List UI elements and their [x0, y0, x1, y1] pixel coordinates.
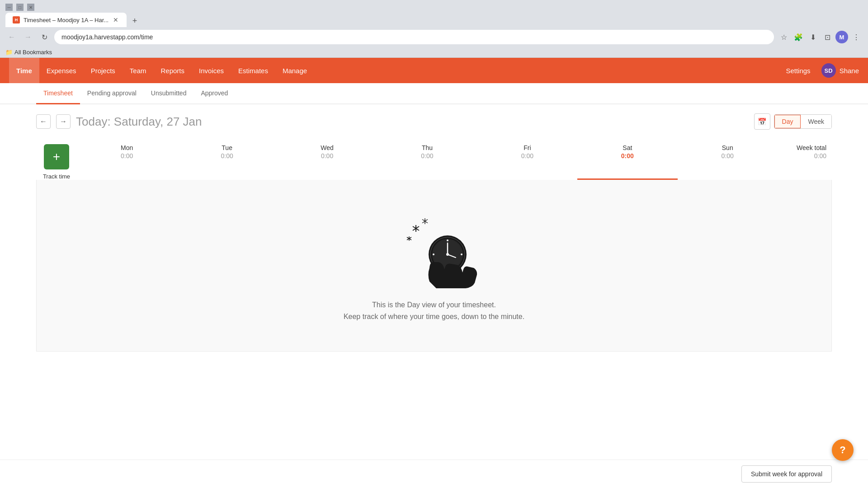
- browser-chrome: ─ □ ✕ H Timesheet – Moodjoy 1A – Har... …: [0, 0, 868, 58]
- day-thu[interactable]: Thu 0:00: [377, 141, 477, 180]
- back-button[interactable]: ←: [5, 31, 18, 43]
- reload-button[interactable]: ↻: [38, 31, 51, 43]
- week-total: Week total 0:00: [778, 141, 832, 180]
- nav-item-reports[interactable]: Reports: [154, 58, 192, 83]
- help-button[interactable]: ?: [832, 439, 854, 461]
- track-time-label: Track time: [43, 173, 70, 180]
- track-time-section: + Track time: [36, 141, 77, 180]
- bookmarks-label[interactable]: All Bookmarks: [14, 49, 52, 56]
- day-fri[interactable]: Fri 0:00: [477, 141, 577, 180]
- day-sat[interactable]: Sat 0:00: [577, 141, 677, 180]
- window-controls: ─ □ ✕: [5, 4, 34, 11]
- tab-bar: H Timesheet – Moodjoy 1A – Har... ✕ +: [0, 13, 868, 27]
- nav-item-projects[interactable]: Projects: [84, 58, 123, 83]
- week-view-button[interactable]: Week: [801, 115, 831, 128]
- nav-item-expenses[interactable]: Expenses: [39, 58, 84, 83]
- date-nav: ← → Today: Saturday, 27 Jan 📅 Day Week: [36, 113, 832, 130]
- day-view-button[interactable]: Day: [774, 115, 801, 128]
- empty-text: This is the Day view of your timesheet. …: [344, 299, 524, 322]
- submit-bar: Submit week for approval: [0, 460, 868, 487]
- clock-illustration: [389, 207, 479, 288]
- maximize-button[interactable]: □: [16, 4, 24, 11]
- bookmarks-bar: 📁 All Bookmarks: [0, 47, 868, 58]
- next-date-button[interactable]: →: [56, 114, 71, 129]
- bookmarks-icon: 📁: [5, 49, 13, 56]
- view-btn-group: Day Week: [774, 114, 832, 129]
- day-mon[interactable]: Mon 0:00: [77, 141, 177, 180]
- sub-tab-approved[interactable]: Approved: [193, 83, 235, 104]
- nav-item-team[interactable]: Team: [123, 58, 154, 83]
- browser-profile-icon[interactable]: M: [835, 31, 848, 43]
- svg-point-17: [461, 253, 462, 255]
- toolbar-icons: ☆ 🧩 ⬇ ⊡ M ⋮: [778, 31, 863, 43]
- minimize-button[interactable]: ─: [5, 4, 13, 11]
- week-header: + Track time Mon 0:00 Tue 0:00 Wed 0:00 …: [36, 141, 832, 180]
- nav-item-estimates[interactable]: Estimates: [231, 58, 275, 83]
- prev-date-button[interactable]: ←: [36, 114, 51, 129]
- nav-item-invoices[interactable]: Invoices: [192, 58, 231, 83]
- tab-title: Timesheet – Moodjoy 1A – Har...: [24, 17, 108, 23]
- day-tue[interactable]: Tue 0:00: [177, 141, 277, 180]
- day-wed[interactable]: Wed 0:00: [277, 141, 377, 180]
- app-container: Time Expenses Projects Team Reports Invo…: [0, 58, 868, 487]
- browser-titlebar: ─ □ ✕: [0, 0, 868, 11]
- window-mode-button[interactable]: ⊡: [821, 31, 834, 43]
- submit-week-button[interactable]: Submit week for approval: [741, 465, 832, 483]
- bookmark-star-button[interactable]: ☆: [778, 31, 790, 43]
- svg-point-16: [433, 253, 434, 255]
- tab-favicon-icon: H: [13, 16, 20, 23]
- forward-button[interactable]: →: [22, 31, 34, 43]
- add-time-button[interactable]: +: [44, 144, 69, 169]
- svg-point-14: [447, 239, 448, 241]
- extensions-button[interactable]: 🧩: [792, 31, 805, 43]
- empty-line1: This is the Day view of your timesheet.: [344, 299, 524, 311]
- close-window-button[interactable]: ✕: [27, 4, 34, 11]
- browser-tab[interactable]: H Timesheet – Moodjoy 1A – Har... ✕: [5, 13, 127, 27]
- sub-tab-timesheet[interactable]: Timesheet: [36, 83, 80, 104]
- empty-line2: Keep track of where your time goes, down…: [344, 311, 524, 323]
- settings-button[interactable]: Settings: [778, 58, 817, 83]
- view-controls: 📅 Day Week: [754, 113, 832, 130]
- nav-right: Settings SD Shane: [778, 58, 859, 83]
- date-title: Today: Saturday, 27 Jan: [76, 115, 202, 129]
- week-days: Mon 0:00 Tue 0:00 Wed 0:00 Thu 0:00 Fri: [77, 141, 778, 180]
- app-nav: Time Expenses Projects Team Reports Invo…: [0, 58, 868, 83]
- calendar-button[interactable]: 📅: [754, 113, 770, 130]
- day-sun[interactable]: Sun 0:00: [678, 141, 778, 180]
- user-name: Shane: [840, 67, 859, 75]
- address-input[interactable]: [54, 30, 774, 44]
- nav-item-time[interactable]: Time: [9, 58, 39, 83]
- new-tab-button[interactable]: +: [128, 14, 141, 27]
- nav-item-manage[interactable]: Manage: [275, 58, 314, 83]
- tab-close-button[interactable]: ✕: [112, 16, 119, 23]
- downloads-button[interactable]: ⬇: [807, 31, 819, 43]
- empty-state: This is the Day view of your timesheet. …: [36, 180, 832, 352]
- sub-tab-unsubmitted[interactable]: Unsubmitted: [144, 83, 194, 104]
- content-area: ← → Today: Saturday, 27 Jan 📅 Day Week +…: [0, 104, 868, 466]
- svg-point-18: [446, 253, 449, 256]
- user-avatar: SD: [821, 63, 836, 78]
- address-bar-row: ← → ↻ ☆ 🧩 ⬇ ⊡ M ⋮: [0, 27, 868, 47]
- browser-menu-button[interactable]: ⋮: [850, 31, 863, 43]
- sub-tabs: Timesheet Pending approval Unsubmitted A…: [0, 83, 868, 104]
- sub-tab-pending[interactable]: Pending approval: [80, 83, 144, 104]
